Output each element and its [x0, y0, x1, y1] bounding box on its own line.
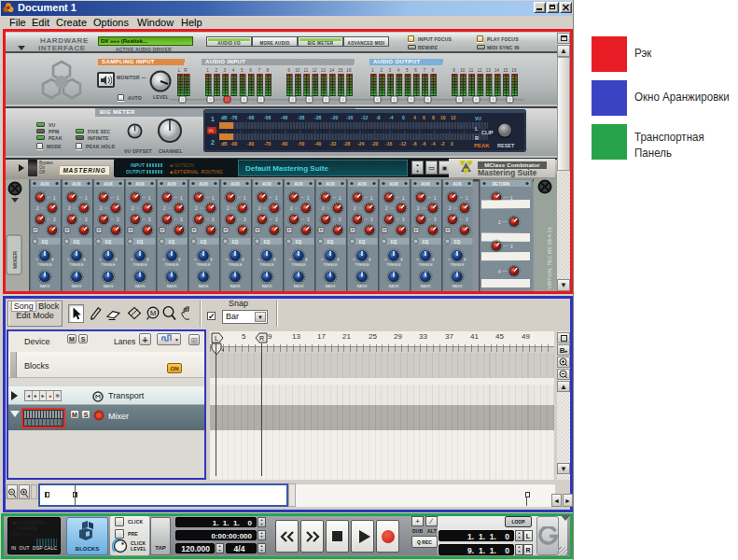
- svg-text:IN: IN: [209, 128, 214, 133]
- svg-text:-8: -8: [412, 141, 417, 147]
- svg-text:2: 2: [211, 139, 215, 146]
- svg-text:-78: -78: [230, 115, 237, 120]
- svg-text:5: 5: [241, 68, 244, 73]
- svg-text:10: 10: [460, 68, 466, 73]
- svg-text:14: 14: [494, 68, 500, 73]
- svg-text:R: R: [184, 68, 188, 73]
- svg-text:-60: -60: [281, 141, 287, 147]
- svg-text:12: 12: [451, 115, 456, 120]
- svg-text:-32: -32: [329, 141, 336, 147]
- svg-text:1: 1: [211, 116, 215, 122]
- svg-text:8: 8: [432, 68, 435, 73]
- svg-text:-50: -50: [298, 141, 304, 147]
- svg-text:M: M: [150, 309, 156, 317]
- svg-text:-12: -12: [399, 141, 406, 147]
- svg-text:6: 6: [414, 68, 417, 73]
- svg-text:-4: -4: [389, 115, 394, 120]
- svg-text:-90: -90: [230, 141, 237, 147]
- svg-text:-28: -28: [314, 115, 321, 120]
- svg-text:-12: -12: [361, 115, 368, 120]
- svg-text:-16: -16: [385, 141, 392, 147]
- svg-text:7: 7: [258, 68, 260, 73]
- svg-text:16: 16: [346, 68, 352, 73]
- svg-text:-4: -4: [431, 141, 436, 147]
- svg-text:-2: -2: [440, 141, 445, 147]
- svg-text:6: 6: [423, 115, 425, 120]
- svg-text:6: 6: [249, 68, 252, 73]
- svg-text:-38: -38: [298, 115, 304, 120]
- svg-text:-16: -16: [346, 115, 353, 120]
- svg-text:5: 5: [406, 68, 409, 73]
- svg-text:11: 11: [304, 68, 309, 73]
- svg-text:4: 4: [222, 347, 225, 353]
- svg-text:3: 3: [389, 68, 392, 73]
- svg-text:R: R: [259, 335, 264, 342]
- svg-text:8: 8: [432, 115, 435, 120]
- svg-text:8: 8: [267, 68, 270, 73]
- svg-text:-40: -40: [314, 141, 321, 147]
- svg-text:0: 0: [402, 115, 405, 120]
- svg-text:1: 1: [371, 68, 374, 73]
- svg-text:4: 4: [232, 68, 235, 73]
- svg-text:12: 12: [313, 68, 318, 73]
- svg-text:-28: -28: [343, 141, 350, 147]
- svg-text:10: 10: [295, 68, 300, 73]
- svg-text:13: 13: [321, 68, 327, 73]
- svg-text:VIRTUAL TEC MX 28-4-14: VIRTUAL TEC MX 28-4-14: [547, 227, 552, 289]
- svg-text:R: R: [475, 135, 479, 141]
- svg-text:14: 14: [329, 68, 335, 73]
- svg-text:MIXER: MIXER: [12, 250, 18, 269]
- svg-text:4: 4: [413, 115, 416, 120]
- svg-text:-70: -70: [264, 141, 271, 147]
- svg-text:-80: -80: [247, 141, 254, 147]
- svg-text:-24: -24: [357, 141, 364, 147]
- svg-text:-6: -6: [422, 141, 426, 147]
- svg-text:0: 0: [451, 141, 453, 147]
- svg-text:15: 15: [503, 68, 508, 73]
- svg-text:9: 9: [287, 68, 290, 73]
- svg-text:11: 11: [469, 68, 474, 73]
- svg-text:10: 10: [440, 115, 446, 120]
- svg-text:2: 2: [215, 68, 217, 73]
- svg-text:7: 7: [423, 68, 425, 73]
- svg-text:9: 9: [453, 68, 455, 73]
- svg-text:L: L: [178, 68, 181, 73]
- svg-text:2: 2: [380, 68, 383, 73]
- svg-text:-68: -68: [247, 115, 254, 120]
- svg-text:RESET: RESET: [497, 143, 515, 148]
- svg-text:VU: VU: [475, 116, 481, 121]
- svg-text:PEAK: PEAK: [474, 143, 490, 148]
- svg-text:15: 15: [338, 68, 343, 73]
- svg-text:16: 16: [511, 68, 517, 73]
- svg-text:13: 13: [486, 68, 492, 73]
- svg-text:1: 1: [206, 68, 209, 73]
- svg-text:4: 4: [397, 68, 400, 73]
- svg-text:3: 3: [224, 68, 227, 73]
- svg-text:-20: -20: [371, 141, 378, 147]
- svg-text:dB: dB: [221, 115, 228, 120]
- svg-text:RETURN: RETURN: [493, 182, 510, 187]
- svg-text:12: 12: [478, 68, 483, 73]
- svg-text:-58: -58: [264, 115, 271, 120]
- svg-text:L: L: [215, 335, 218, 342]
- svg-text:-20: -20: [331, 115, 338, 120]
- svg-text:-48: -48: [281, 115, 287, 120]
- svg-text:-8: -8: [376, 115, 381, 120]
- svg-text:dB: dB: [221, 141, 228, 147]
- svg-text:CLIP: CLIP: [481, 130, 494, 135]
